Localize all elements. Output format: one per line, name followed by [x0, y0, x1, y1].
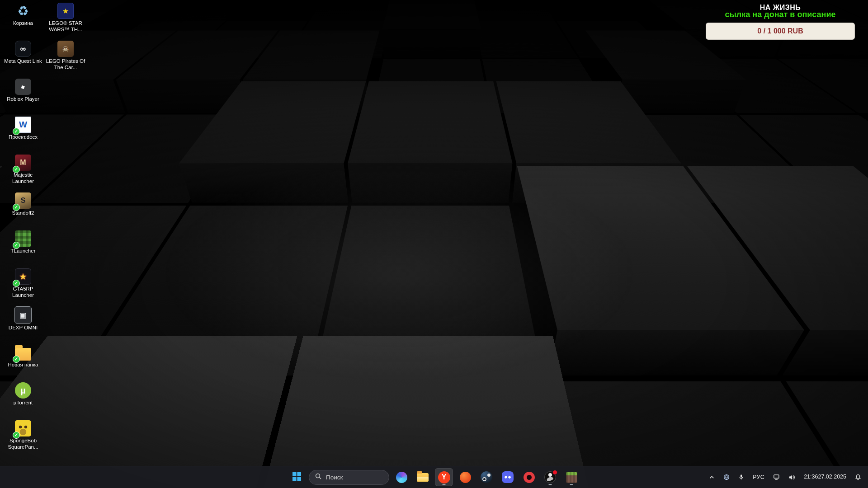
discord-icon [502, 471, 514, 483]
wallpaper-cube [348, 81, 512, 164]
desktop-icon-lego-star-wars[interactable]: ★ LEGO® STAR WARS™ TH... [44, 3, 87, 41]
icon-glyph: ☠ [62, 45, 69, 53]
desktop-icon-label: Новая папка [8, 362, 38, 368]
sync-check-badge: ✓ [13, 242, 20, 249]
desktop-icon-proekt-docx[interactable]: W ✓ Проект.docx [2, 117, 44, 155]
tray-volume[interactable] [787, 473, 797, 482]
sync-check-badge: ✓ [13, 280, 20, 287]
lego-star-wars-icon: ★ [57, 3, 74, 19]
gta5rp-icon: ★ ✓ [15, 268, 31, 285]
tray-notifications[interactable] [854, 473, 863, 482]
taskbar-center-apps: Y [288, 466, 580, 488]
yandex-browser-icon: Y [438, 471, 450, 483]
file-explorer-icon [417, 473, 429, 482]
utorrent-icon: µ [15, 382, 31, 399]
desktop-icon-label: SpongeBob SquarePan... [3, 438, 43, 450]
taskbar-copilot[interactable] [392, 468, 410, 486]
tray-microphone[interactable] [737, 473, 745, 482]
minecraft-icon [566, 472, 577, 483]
spongebob-icon: ✓ [15, 420, 31, 436]
desktop-icon-label: TLauncher [11, 248, 36, 254]
meta-quest-icon: ∞ [15, 41, 31, 57]
donation-progress-bar: 0 / 1 000 RUB [706, 23, 855, 40]
sync-check-badge: ✓ [13, 204, 20, 211]
taskbar-yandex-browser[interactable]: Y [435, 468, 453, 486]
taskbar-opera-gx[interactable] [520, 468, 538, 486]
desktop-icon-meta-quest-link[interactable]: ∞ Meta Quest Link [2, 41, 44, 79]
taskbar-obs-studio[interactable] [541, 468, 559, 486]
desktop-icon-new-folder[interactable]: ✓ Новая папка [2, 344, 44, 382]
search-input[interactable] [325, 474, 377, 481]
tray-clock[interactable]: 21:36 27.02.2025 [802, 472, 848, 482]
chevron-up-icon [709, 474, 715, 480]
microphone-icon [738, 474, 744, 480]
tray-chevron-up[interactable] [708, 473, 716, 482]
desktop-icon-dexp-omni[interactable]: ▣ DEXP OMNI [2, 306, 44, 344]
windows-logo-icon [292, 472, 301, 482]
desktop-icon-majestic-launcher[interactable]: M ✓ Majestic Launcher [2, 155, 44, 192]
taskbar-discord[interactable] [499, 468, 517, 486]
desktop-icon-recycle-bin[interactable]: ♻ Корзина [2, 3, 44, 41]
desktop-icon-grid: ♻ Корзина ∞ Meta Quest Link ■ Roblox Pla… [2, 3, 87, 458]
roblox-icon: ■ [15, 79, 31, 95]
folder-icon: ✓ [15, 348, 31, 361]
desktop-icon-spongebob[interactable]: ✓ SpongeBob SquarePan... [2, 420, 44, 458]
speaker-icon [788, 474, 795, 480]
sync-check-badge: ✓ [13, 356, 20, 363]
desktop-icon-label: Majestic Launcher [3, 172, 43, 184]
donation-amount: 0 / 1 000 RUB [757, 27, 803, 35]
search-icon [315, 473, 321, 481]
wallpaper-cube [382, 0, 481, 30]
opera-gx-icon [524, 472, 535, 483]
system-tray: РУС 21:36 27.02.2025 [708, 466, 868, 488]
desktop-icon-standoff2[interactable]: S ✓ Standoff2 [2, 192, 44, 230]
taskbar: Y [0, 466, 868, 488]
lego-pirates-icon: ☠ [57, 41, 74, 57]
tray-language-switch[interactable]: РУС [751, 473, 766, 482]
desktop-icon-roblox-player[interactable]: ■ Roblox Player [2, 79, 44, 117]
icon-glyph: S [21, 197, 26, 205]
donation-overlay: НА ЖИЗНЬ сылка на донат в описание 0 / 1… [699, 4, 862, 40]
wallpaper-cube [469, 0, 555, 21]
taskbar-steam[interactable] [477, 468, 495, 486]
desktop-icon-label: Корзина [13, 20, 33, 27]
desktop-icon-lego-pirates[interactable]: ☠ LEGO Pirates Of The Car... [44, 41, 87, 79]
wallpaper-scene [0, 0, 868, 488]
desktop-icon-label: LEGO Pirates Of The Car... [45, 58, 86, 70]
tray-network-globe[interactable] [722, 473, 731, 482]
icon-glyph: ■ [20, 83, 26, 91]
taskbar-minecraft[interactable] [562, 468, 580, 486]
desktop-icon-label: Проект.docx [9, 134, 38, 141]
taskbar-file-explorer[interactable] [414, 468, 432, 486]
desktop-icon-tlauncher[interactable]: ✓ TLauncher [2, 230, 44, 268]
desktop-icon-utorrent[interactable]: µ µTorrent [2, 382, 44, 420]
desktop-icon-label: GTA5RP Launcher [3, 286, 43, 298]
desktop-icon-label: Standoff2 [12, 210, 34, 216]
sync-check-badge: ✓ [13, 432, 20, 439]
sync-check-badge: ✓ [13, 128, 20, 135]
notification-bell-icon [855, 474, 861, 480]
start-button[interactable] [288, 468, 306, 486]
copilot-icon [396, 472, 407, 483]
desktop-wallpaper [0, 0, 868, 488]
taskbar-brave-browser[interactable] [456, 468, 474, 486]
icon-glyph: ★ [19, 271, 27, 282]
desktop-icon-label: Meta Quest Link [4, 58, 42, 65]
tray-date: 27.02.2025 [818, 474, 846, 481]
desktop-icon-label: DEXP OMNI [9, 325, 38, 331]
standoff2-icon: S ✓ [15, 192, 31, 209]
icon-glyph: µ [20, 385, 26, 396]
taskbar-search[interactable] [309, 470, 389, 485]
tray-network[interactable] [772, 473, 781, 482]
wallpaper-cube [310, 0, 396, 21]
sync-check-badge: ✓ [13, 166, 20, 173]
icon-glyph: ★ [62, 7, 69, 15]
desktop-icon-gta5rp-launcher[interactable]: ★ ✓ GTA5RP Launcher [2, 268, 44, 306]
dexp-omni-icon: ▣ [14, 306, 32, 324]
brave-browser-icon [460, 472, 471, 483]
icon-glyph: ∞ [20, 44, 26, 54]
word-document-icon: W ✓ [15, 117, 31, 133]
icon-glyph: M [20, 159, 26, 167]
ethernet-monitor-icon [773, 474, 780, 480]
desktop-icon-label: LEGO® STAR WARS™ TH... [45, 20, 86, 33]
